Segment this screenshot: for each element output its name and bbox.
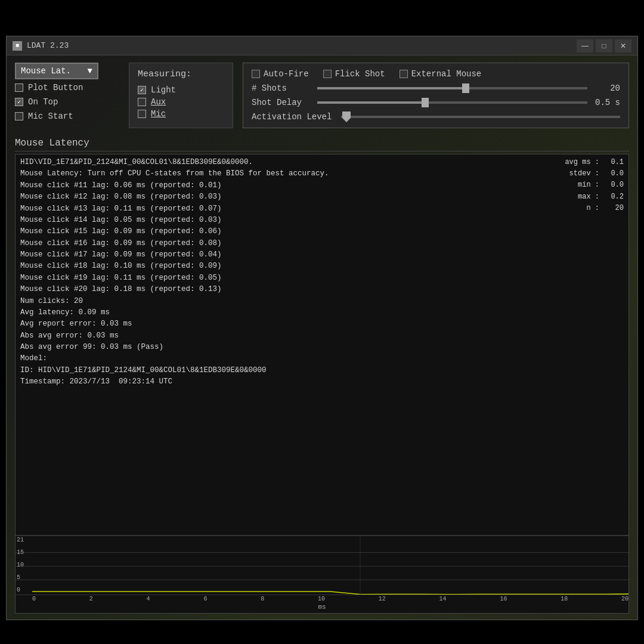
mic-start-label: Mic Start: [28, 112, 73, 121]
log-line: Mouse Latency: Turn off CPU C-states fro…: [20, 168, 624, 179]
x-label-18: 18: [561, 596, 568, 602]
log-line: Mouse click #16 lag: 0.09 ms (reported: …: [20, 238, 624, 249]
x-label-20: 20: [621, 596, 628, 602]
plot-button-checkbox[interactable]: [15, 83, 23, 92]
stdev-label: stdev :: [569, 168, 599, 179]
mode-dropdown[interactable]: Mouse Lat. ▼: [15, 63, 98, 79]
y-label-21: 21: [17, 537, 31, 543]
activation-slider[interactable]: [341, 116, 620, 118]
left-panel: Mouse Lat. ▼ Plot Button On Top Mic Star…: [15, 63, 119, 128]
measuring-title: Measuring:: [138, 69, 224, 79]
auto-fire-checkbox[interactable]: [252, 70, 260, 78]
on-top-row[interactable]: On Top: [15, 96, 119, 108]
external-mouse-checkbox[interactable]: [400, 70, 408, 78]
log-line: Mouse click #17 lag: 0.09 ms (reported: …: [20, 249, 624, 261]
log-line: Avg report error: 0.03 ms: [20, 318, 624, 330]
shot-delay-slider-thumb[interactable]: [422, 98, 429, 107]
titlebar: ■ LDAT 2.23 — □ ✕: [7, 36, 637, 55]
log-line: Mouse click #20 lag: 0.18 ms (reported: …: [20, 284, 624, 295]
on-top-checkbox[interactable]: [15, 98, 23, 106]
max-value: 0.2: [603, 191, 624, 203]
x-label-16: 16: [500, 596, 507, 602]
y-label-10: 10: [17, 562, 31, 568]
log-line: Abs avg error: 0.03 ms: [20, 330, 624, 342]
flick-shot-label: Flick Shot: [335, 69, 385, 79]
log-line: Model:: [20, 353, 624, 364]
chart-log-area: HID\VID_1E71&PID_2124&MI_00&COL01\8&1EDB…: [15, 154, 629, 614]
log-line: Timestamp: 2023/7/13 09:23:14 UTC: [20, 376, 624, 388]
options-row: Auto-Fire Flick Shot External Mouse: [252, 69, 620, 79]
min-label: min :: [578, 179, 599, 191]
light-label: Light: [151, 85, 176, 95]
close-button[interactable]: ✕: [615, 39, 631, 52]
avg-ms-label: avg ms :: [565, 157, 599, 168]
n-value: 20: [603, 203, 624, 214]
shots-slider-thumb[interactable]: [462, 83, 469, 93]
mic-row[interactable]: Mic: [138, 108, 224, 120]
light-checkbox[interactable]: [138, 86, 146, 94]
log-line: Mouse click #15 lag: 0.09 ms (reported: …: [20, 226, 624, 237]
flick-shot-checkbox[interactable]: [323, 70, 332, 78]
aux-row[interactable]: Aux: [138, 96, 224, 108]
mic-checkbox[interactable]: [138, 110, 146, 118]
log-area: HID\VID_1E71&PID_2124&MI_00&COL01\8&1EDB…: [16, 154, 628, 535]
x-label-14: 14: [439, 596, 447, 602]
latency-header: Mouse Latency: [15, 135, 629, 151]
aux-checkbox[interactable]: [138, 98, 146, 106]
mic-start-checkbox[interactable]: [15, 112, 23, 120]
y-label-15: 15: [17, 549, 31, 556]
stdev-row: stdev : 0.0: [565, 168, 624, 179]
x-label-10: 10: [318, 596, 325, 602]
external-mouse-label: External Mouse: [411, 69, 482, 79]
max-label: max :: [578, 191, 599, 203]
n-row: n : 20: [565, 203, 624, 214]
min-row: min : 0.0: [565, 179, 624, 191]
stats-panel: avg ms : 0.1 stdev : 0.0 min : 0.0: [565, 157, 624, 214]
chart-line: [32, 592, 628, 595]
flick-shot-option[interactable]: Flick Shot: [323, 69, 385, 79]
log-line: Num clicks: 20: [20, 296, 624, 307]
x-label-4: 4: [147, 596, 150, 602]
on-top-label: On Top: [28, 97, 58, 107]
activation-thumb[interactable]: [342, 112, 351, 122]
shots-slider[interactable]: [317, 87, 587, 89]
shots-value: 20: [593, 83, 620, 93]
main-window: ■ LDAT 2.23 — □ ✕ Mouse Lat. ▼ Plot Butt…: [6, 36, 638, 620]
latency-section: Mouse Latency HID\VID_1E71&PID_2124&MI_0…: [7, 135, 637, 620]
y-axis: 21 15 10 5 0: [16, 535, 32, 595]
activation-label: Activation Level: [252, 112, 335, 122]
log-line: Mouse click #12 lag: 0.08 ms (reported: …: [20, 191, 624, 203]
shots-label: # Shots: [252, 83, 311, 93]
x-label-8: 8: [261, 596, 264, 602]
shot-delay-slider-fill: [317, 101, 425, 104]
x-label-6: 6: [203, 596, 207, 602]
measuring-panel: Measuring: Light Aux Mic: [129, 63, 233, 128]
y-label-5: 5: [17, 574, 31, 581]
log-line: HID\VID_1E71&PID_2124&MI_00&COL01\8&1EDB…: [20, 157, 624, 168]
shot-delay-label: Shot Delay: [252, 98, 311, 107]
x-label-0: 0: [32, 596, 36, 602]
log-line: Abs avg error 99: 0.03 ms (Pass): [20, 342, 624, 353]
min-value: 0.0: [603, 179, 624, 191]
shot-delay-slider[interactable]: [317, 101, 587, 104]
log-line: Mouse click #13 lag: 0.11 ms (reported: …: [20, 203, 624, 215]
chart-svg: [32, 535, 628, 595]
minimize-button[interactable]: —: [577, 39, 593, 52]
chart-area: 21 15 10 5 0: [16, 535, 628, 595]
auto-fire-option[interactable]: Auto-Fire: [252, 69, 309, 79]
x-axis-labels: 0 2 4 6 8 10 12 14 16 18 20: [32, 595, 628, 603]
shots-row: # Shots 20: [252, 83, 620, 93]
app-icon: ■: [13, 41, 22, 51]
light-row[interactable]: Light: [138, 84, 224, 96]
shots-slider-fill: [317, 87, 466, 89]
maximize-button[interactable]: □: [596, 39, 612, 52]
activation-row: Activation Level: [252, 112, 620, 122]
dropdown-arrow-icon: ▼: [88, 66, 92, 76]
x-label-2: 2: [89, 596, 93, 602]
plot-button-row[interactable]: Plot Button: [15, 82, 119, 94]
aux-label: Aux: [151, 97, 166, 107]
external-mouse-option[interactable]: External Mouse: [400, 69, 482, 79]
mic-start-row[interactable]: Mic Start: [15, 110, 119, 122]
avg-ms-row: avg ms : 0.1: [565, 157, 624, 168]
x-unit-label: ms: [16, 603, 628, 613]
